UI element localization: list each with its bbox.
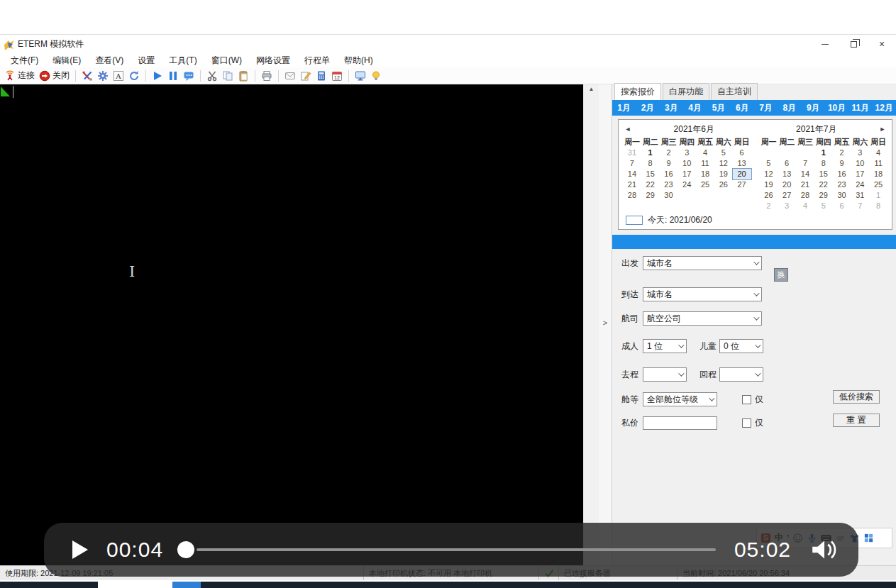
- date-cell[interactable]: 8: [869, 201, 887, 211]
- video-play-icon[interactable]: [72, 540, 88, 559]
- cut-button[interactable]: [204, 70, 220, 82]
- month-tab-6[interactable]: 6月: [731, 102, 754, 114]
- date-cell[interactable]: 13: [778, 169, 796, 179]
- date-cell[interactable]: 25: [696, 179, 714, 190]
- minimize-button[interactable]: [811, 35, 839, 53]
- date-cell[interactable]: 27: [733, 179, 751, 190]
- date-cell[interactable]: 15: [641, 169, 660, 179]
- menu-file[interactable]: 文件(F): [4, 53, 45, 68]
- month-tab-9[interactable]: 9月: [802, 102, 825, 114]
- taskbar-active-app[interactable]: [172, 582, 201, 588]
- date-cell[interactable]: 23: [833, 179, 851, 190]
- date-cell[interactable]: 16: [660, 169, 678, 179]
- menu-itinerary[interactable]: 行程单: [297, 53, 337, 68]
- chat-button[interactable]: [181, 70, 197, 82]
- date-cell[interactable]: 12: [760, 169, 778, 179]
- month-tab-10[interactable]: 10月: [825, 102, 848, 114]
- date-cell[interactable]: 30: [833, 190, 851, 201]
- date-cell[interactable]: 2: [833, 148, 851, 158]
- next-month-icon[interactable]: ►: [878, 126, 887, 133]
- expand-panel-button[interactable]: >: [600, 318, 610, 327]
- date-cell[interactable]: 15: [814, 169, 833, 179]
- date-cell[interactable]: 10: [851, 158, 869, 169]
- mail-button[interactable]: [282, 70, 298, 82]
- settings-button[interactable]: [95, 70, 111, 82]
- selected-date[interactable]: 20: [733, 169, 751, 179]
- taskbar-search-box[interactable]: [98, 582, 172, 588]
- date-cell[interactable]: 13: [733, 158, 751, 169]
- adult-select[interactable]: 1 位: [643, 339, 687, 353]
- date-cell[interactable]: 6: [733, 148, 751, 158]
- private-price-input[interactable]: [643, 416, 717, 430]
- terminal-screen[interactable]: I: [0, 84, 583, 565]
- depart-select[interactable]: 城市名: [643, 256, 762, 270]
- calendar-button[interactable]: 12: [329, 70, 345, 82]
- cabin-only-checkbox[interactable]: [742, 395, 751, 404]
- date-cell[interactable]: 28: [623, 190, 641, 201]
- pause-button[interactable]: [165, 70, 181, 82]
- reset-button[interactable]: 重 置: [833, 414, 880, 427]
- panel-splitter[interactable]: >: [599, 84, 612, 565]
- menu-view[interactable]: 查看(V): [88, 53, 131, 68]
- date-cell[interactable]: 19: [760, 179, 778, 190]
- date-cell[interactable]: 21: [796, 179, 814, 190]
- date-cell[interactable]: 11: [869, 158, 887, 169]
- date-cell[interactable]: 18: [696, 169, 714, 179]
- menu-edit[interactable]: 编辑(E): [45, 53, 88, 68]
- paste-button[interactable]: [236, 70, 251, 82]
- print-button[interactable]: [259, 70, 275, 82]
- date-cell[interactable]: 4: [869, 148, 887, 158]
- tips-button[interactable]: [368, 70, 384, 82]
- play-button[interactable]: [150, 70, 165, 82]
- close-connection-button[interactable]: 关闭: [37, 69, 72, 82]
- month-tab-11[interactable]: 11月: [848, 102, 872, 114]
- menu-help[interactable]: 帮助(H): [337, 53, 380, 68]
- date-cell[interactable]: 1: [869, 190, 887, 201]
- scroll-up-icon[interactable]: ▲: [584, 86, 599, 92]
- date-cell[interactable]: 2: [760, 201, 778, 211]
- tab-white-screen[interactable]: 白屏功能: [663, 83, 709, 100]
- date-cell[interactable]: 8: [814, 158, 833, 169]
- date-cell[interactable]: 29: [814, 190, 833, 201]
- date-cell[interactable]: 31: [623, 148, 641, 158]
- cabin-select[interactable]: 全部舱位等级: [643, 392, 717, 406]
- date-cell[interactable]: 2: [660, 148, 678, 158]
- date-cell[interactable]: 29: [641, 190, 660, 201]
- child-select[interactable]: 0 位: [719, 339, 763, 353]
- arrive-select[interactable]: 城市名: [643, 287, 762, 301]
- menu-window[interactable]: 窗口(W): [204, 53, 249, 68]
- date-cell[interactable]: 9: [833, 158, 851, 169]
- low-price-search-button[interactable]: 低价搜索: [833, 390, 880, 404]
- video-progress-track[interactable]: [197, 548, 716, 551]
- date-cell[interactable]: 1: [641, 148, 660, 158]
- date-cell[interactable]: 12: [714, 158, 733, 169]
- copy-button[interactable]: [220, 70, 236, 82]
- close-button[interactable]: ×: [868, 35, 896, 53]
- date-cell[interactable]: 28: [796, 190, 814, 201]
- date-cell[interactable]: 26: [714, 179, 733, 190]
- date-cell[interactable]: 1: [814, 148, 833, 158]
- date-cell[interactable]: 3: [851, 148, 869, 158]
- date-cell[interactable]: 26: [760, 190, 778, 201]
- month-tab-1[interactable]: 1月: [612, 102, 636, 114]
- date-cell[interactable]: 5: [714, 148, 733, 158]
- volume-icon[interactable]: [809, 537, 839, 562]
- menu-network[interactable]: 网络设置: [249, 53, 297, 68]
- date-cell[interactable]: 10: [677, 158, 696, 169]
- tools-button[interactable]: [79, 70, 95, 82]
- date-cell[interactable]: 16: [833, 169, 851, 179]
- font-button[interactable]: A: [111, 70, 126, 82]
- month-tab-7[interactable]: 7月: [754, 102, 778, 114]
- menu-settings[interactable]: 设置: [131, 53, 162, 68]
- date-cell[interactable]: 19: [714, 169, 733, 179]
- date-cell[interactable]: 5: [760, 158, 778, 169]
- month-tab-3[interactable]: 3月: [660, 102, 683, 114]
- price-only-checkbox[interactable]: [742, 418, 751, 428]
- month-tab-8[interactable]: 8月: [778, 102, 801, 114]
- date-cell[interactable]: 5: [814, 201, 833, 211]
- video-progress-handle[interactable]: [177, 541, 194, 558]
- date-cell[interactable]: 31: [851, 190, 869, 201]
- refresh-button[interactable]: [126, 70, 142, 82]
- date-cell[interactable]: 7: [851, 201, 869, 211]
- date-cell[interactable]: 7: [623, 158, 641, 169]
